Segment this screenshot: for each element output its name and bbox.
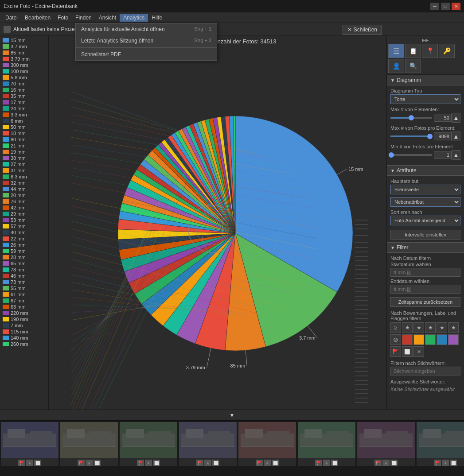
max-elements-label: Max # von Elementen: xyxy=(390,107,460,112)
max-elements-slider[interactable] xyxy=(390,117,432,119)
filter-section-label: Filter xyxy=(397,244,409,251)
stichwort-label: Filtern nach Stichwörtern: xyxy=(390,360,460,366)
panel-tool-menu[interactable]: ☰ xyxy=(388,44,404,58)
status-icon xyxy=(4,26,11,33)
min-photos-slider[interactable] xyxy=(390,154,432,156)
legend-color-swatch xyxy=(3,274,9,278)
star-5-button[interactable]: ★ xyxy=(448,322,459,333)
attribute-section-header[interactable]: ▼ Attribute xyxy=(387,165,464,176)
max-elements-thumb[interactable] xyxy=(409,115,414,120)
diagram-section-header[interactable]: ▼ Diagramm xyxy=(387,75,464,85)
max-photos-slider[interactable] xyxy=(390,135,432,137)
nebenattribut-select[interactable]: Nebenattribut xyxy=(390,197,460,207)
maximize-button[interactable]: □ xyxy=(441,3,450,10)
dropdown-item-pdf[interactable]: Schnellstart PDF xyxy=(76,49,217,60)
thumbnail[interactable]: 🚩 ★ ⬜ xyxy=(1,422,58,466)
color-green-button[interactable] xyxy=(425,334,436,345)
star-4-button[interactable]: ★ xyxy=(437,322,447,333)
stichwort-input[interactable] xyxy=(390,367,460,375)
thumbnail[interactable]: 🚩 ★ ⬜ xyxy=(357,422,415,466)
sortieren-select[interactable]: Foto Anzahl absteigend xyxy=(390,216,460,225)
thumbnail[interactable]: 🚩 ★ ⬜ xyxy=(179,422,237,466)
legend-item: 42 mm xyxy=(0,205,48,211)
color-none-button[interactable]: ⊘ xyxy=(390,334,401,345)
max-elements-input[interactable] xyxy=(434,114,452,122)
max-photos-stepper-up[interactable]: ▲ xyxy=(452,132,460,141)
menu-finden[interactable]: Finden xyxy=(72,14,95,22)
max-photos-input[interactable] xyxy=(434,132,452,140)
thumbnail[interactable]: 🚩 ★ ⬜ xyxy=(60,422,118,466)
legend-item: 65 mm xyxy=(0,260,48,267)
min-photos-stepper-up[interactable]: ▲ xyxy=(452,150,460,160)
panel-expand-button[interactable]: ▶▶ xyxy=(422,38,429,43)
min-photos-thumb[interactable] xyxy=(389,152,394,158)
svg-rect-12 xyxy=(89,431,111,442)
scroll-indicator[interactable]: ▼ xyxy=(0,410,464,420)
thumb-star: ★ xyxy=(323,460,330,466)
hauptattribut-select[interactable]: Brennweite xyxy=(390,185,460,194)
analytics-dropdown: Analytics für aktuelle Ansicht öffnen St… xyxy=(75,23,217,61)
max-elements-stepper-up[interactable]: ▲ xyxy=(452,113,460,123)
close-window-button[interactable]: ✕ xyxy=(452,3,460,10)
startdatum-input[interactable] xyxy=(390,268,460,277)
dropdown-item-last-session[interactable]: Letzte Analytics Sitzung öffnen Strg + 2 xyxy=(76,35,217,46)
enddatum-input[interactable] xyxy=(390,285,460,294)
max-elements-slider-container xyxy=(390,114,432,121)
star-gte-button[interactable]: ≥ xyxy=(390,322,401,333)
diagramm-typ-select[interactable]: Torte xyxy=(390,94,460,104)
color-yellow-button[interactable] xyxy=(413,334,424,345)
legend-color-swatch xyxy=(3,298,9,303)
color-red-button[interactable] xyxy=(402,334,413,345)
panel-tool-key[interactable]: 🔑 xyxy=(439,44,455,58)
app-title: Excire Foto - Excire-Datenbank xyxy=(4,3,78,9)
color-purple-button[interactable] xyxy=(448,334,459,345)
thumb-color: ⬜ xyxy=(153,460,160,466)
zeitspanne-button[interactable]: Zeitspanne zurücksetzen xyxy=(390,297,460,307)
minimize-button[interactable]: ─ xyxy=(430,3,439,10)
menu-hilfe[interactable]: Hilfe xyxy=(148,14,166,22)
intervalle-button[interactable]: Intervalle einstellen xyxy=(390,230,460,240)
menu-ansicht[interactable]: Ansicht xyxy=(95,14,120,22)
flag-neutral-button[interactable]: ⬜ xyxy=(402,346,413,357)
statusbar: Aktuell laufen keine Prozesse xyxy=(0,23,464,35)
panel-tool-clipboard[interactable]: 📋 xyxy=(405,44,421,58)
svg-rect-16 xyxy=(148,431,171,442)
legend-color-swatch xyxy=(3,44,9,49)
legend-label: 53 mm xyxy=(11,217,26,223)
thumb-flag: 🚩 xyxy=(315,460,322,466)
legend-item: 27 mm xyxy=(0,161,48,167)
thumbnail[interactable]: 🚩 ★ ⬜ xyxy=(298,422,355,466)
star-2-button[interactable]: ★ xyxy=(413,322,424,333)
legend-item: 26 mm xyxy=(0,242,48,248)
legend-label: 73 mm xyxy=(11,279,26,285)
thumbnail[interactable]: 🚩 ★ ⬜ xyxy=(238,422,296,466)
titlebar: Excire Foto - Excire-Datenbank ─ □ ✕ xyxy=(0,0,464,12)
panel-tool-search[interactable]: 🔍 xyxy=(405,59,421,73)
thumbnail-image xyxy=(417,422,464,458)
panel-tool-face[interactable]: 👤 xyxy=(388,59,404,73)
sortieren-row: Foto Anzahl absteigend xyxy=(390,216,460,225)
thumbnail[interactable]: 🚩 ★ ⬜ xyxy=(120,422,177,466)
legend-color-swatch xyxy=(3,224,9,228)
flag-pick-button[interactable]: 🚩 xyxy=(390,346,401,357)
close-analytics-button[interactable]: ✕ Schließen xyxy=(343,25,382,35)
filter-arrow-icon: ▼ xyxy=(390,245,395,250)
panel-tool-location[interactable]: 📍 xyxy=(422,44,438,58)
legend-color-swatch xyxy=(3,94,9,98)
legend-item: 3.7 mm xyxy=(0,43,48,50)
menu-foto[interactable]: Foto xyxy=(54,14,72,22)
legend-item: 22 mm xyxy=(0,236,48,242)
dropdown-item-open-current[interactable]: Analytics für aktuelle Ansicht öffnen St… xyxy=(76,23,217,35)
max-photos-thumb[interactable] xyxy=(427,134,433,139)
menu-analytics[interactable]: Analytics xyxy=(120,14,148,22)
menu-datei[interactable]: Datei xyxy=(2,14,21,22)
legend-label: 15 mm xyxy=(11,38,26,43)
star-1-button[interactable]: ★ xyxy=(402,322,413,333)
filter-section-header[interactable]: ▼ Filter xyxy=(387,242,464,253)
min-photos-input[interactable] xyxy=(434,151,452,159)
thumbnail[interactable]: 🚩 ★ ⬜ xyxy=(417,422,464,466)
menu-bearbeiten[interactable]: Bearbeiten xyxy=(21,14,54,22)
flag-reject-button[interactable]: ✕ xyxy=(413,346,424,357)
star-3-button[interactable]: ★ xyxy=(425,322,436,333)
color-blue-button[interactable] xyxy=(437,334,447,345)
